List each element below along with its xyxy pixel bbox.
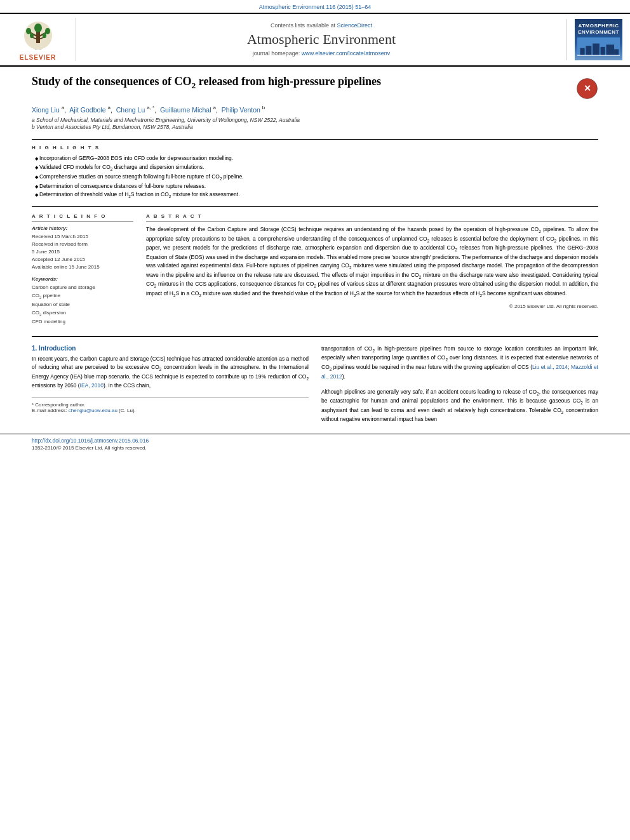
keyword: Carbon capture and storage — [32, 284, 133, 292]
svg-point-8 — [45, 28, 50, 34]
svg-rect-18 — [614, 50, 619, 55]
ref-iea-2010[interactable]: IEA, 2010 — [80, 382, 104, 389]
article-info-column: A R T I C L E I N F O Article history: R… — [32, 213, 133, 326]
intro-right-text-2: Although pipelines are generally very sa… — [321, 388, 598, 424]
abstract-label: A B S T R A C T — [146, 213, 598, 222]
ref-liu-2014[interactable]: Liu et al., 2014 — [532, 364, 568, 370]
highlight-item: Determination of consequence distances o… — [35, 182, 598, 191]
email-note: E-mail address: chenglu@uow.edu.au (C. L… — [32, 408, 309, 413]
highlight-item: Incorporation of GERG–2008 EOS into CFD … — [35, 154, 598, 163]
journal-homepage: journal homepage: www.elsevier.com/locat… — [83, 50, 560, 57]
science-direct-line: Contents lists available at ScienceDirec… — [83, 22, 560, 29]
accepted-date: Accepted 12 June 2015 — [32, 256, 133, 263]
intro-left-col: 1. Introduction In recent years, the Car… — [32, 345, 309, 424]
highlights-section: H I G H L I G H T S Incorporation of GER… — [32, 139, 598, 200]
keyword: Equation of state — [32, 301, 133, 309]
svg-rect-14 — [586, 46, 591, 55]
intro-right-text: transportation of CO2 in high-pressure p… — [321, 345, 598, 381]
svg-rect-16 — [601, 47, 605, 55]
email-link[interactable]: chenglu@uow.edu.au — [69, 408, 117, 413]
revised-label: Received in revised form — [32, 241, 133, 248]
abstract-column: A B S T R A C T The development of the C… — [146, 213, 598, 326]
badge-image — [577, 37, 620, 56]
abstract-text: The development of the Carbon Capture an… — [146, 225, 598, 298]
highlight-item: Determination of threshold value of H2S … — [35, 190, 598, 200]
svg-rect-13 — [580, 48, 584, 55]
atm-env-badge: ATMOSPHERICENVIRONMENT — [575, 19, 622, 60]
received-date: Received 15 March 2015 — [32, 233, 133, 241]
author-guillaume-michal[interactable]: Guillaume Michal — [160, 106, 211, 114]
author-cheng-lu[interactable]: Cheng Lu — [116, 106, 145, 114]
journal-homepage-link[interactable]: www.elsevier.com/locate/atmosenv — [302, 50, 391, 57]
issn-line: 1352-2310/© 2015 Elsevier Ltd. All right… — [32, 445, 598, 451]
highlights-list: Incorporation of GERG–2008 EOS into CFD … — [32, 154, 598, 200]
revised-date: 5 June 2015 — [32, 248, 133, 256]
intro-right-col: transportation of CO2 in high-pressure p… — [321, 345, 598, 424]
authors-line: Xiong Liu a, Ajit Godbole a, Cheng Lu a,… — [32, 105, 598, 114]
journal-citation: Atmospheric Environment 116 (2015) 51–64 — [0, 0, 630, 13]
keyword: CFD modelling — [32, 318, 133, 326]
intro-left-text: In recent years, the Carbon Capture and … — [32, 355, 309, 390]
science-direct-link[interactable]: ScienceDirect — [337, 22, 373, 29]
author-ajit-godbole[interactable]: Ajit Godbole — [69, 106, 105, 114]
journal-logo-right: ATMOSPHERICENVIRONMENT — [566, 19, 624, 60]
keywords-label: Keywords: — [32, 276, 133, 282]
author-philip-venton[interactable]: Philip Venton — [222, 106, 260, 114]
affiliation-a: a School of Mechanical, Materials and Me… — [32, 117, 598, 124]
highlight-item: Validated CFD models for CO2 discharge a… — [35, 163, 598, 173]
history-label: Article history: — [32, 225, 133, 231]
keyword: CO2 dispersion — [32, 309, 133, 318]
journal-citation-link[interactable]: Atmospheric Environment 116 (2015) 51–64 — [259, 4, 372, 10]
crossmark-badge: ✕ — [576, 77, 598, 100]
main-content: Study of the consequences of CO2 release… — [0, 65, 630, 430]
keyword: CO2 pipeline — [32, 292, 133, 301]
affiliations: a School of Mechanical, Materials and Me… — [32, 117, 598, 132]
copyright-line: © 2015 Elsevier Ltd. All rights reserved… — [146, 303, 598, 309]
svg-rect-17 — [607, 44, 615, 55]
highlights-label: H I G H L I G H T S — [32, 145, 598, 150]
journal-name: Atmospheric Environment — [83, 31, 560, 48]
article-title: Study of the consequences of CO2 release… — [32, 74, 563, 91]
introduction-section: 1. Introduction In recent years, the Car… — [32, 336, 598, 424]
highlight-item: Comprehensive studies on source strength… — [35, 173, 598, 182]
journal-header: ELSEVIER Contents lists available at Sci… — [0, 13, 630, 65]
corresponding-note: * Corresponding author. — [32, 402, 309, 408]
svg-point-11 — [43, 33, 46, 38]
affiliation-b: b Venton and Associates Pty Ltd, Bundano… — [32, 124, 598, 131]
bottom-bar: http://dx.doi.org/10.1016/j.atmosenv.201… — [0, 434, 630, 454]
keywords-content: Carbon capture and storage CO2 pipeline … — [32, 284, 133, 326]
elsevier-label: ELSEVIER — [20, 54, 56, 61]
elsevier-tree-icon — [13, 18, 64, 53]
intro-heading: 1. Introduction — [32, 345, 309, 352]
footnotes: * Corresponding author. E-mail address: … — [32, 397, 309, 413]
svg-text:✕: ✕ — [584, 83, 591, 93]
doi-link[interactable]: http://dx.doi.org/10.1016/j.atmosenv.201… — [32, 437, 598, 444]
article-title-section: Study of the consequences of CO2 release… — [32, 74, 598, 100]
available-date: Available online 15 June 2015 — [32, 263, 133, 271]
author-xiong-liu[interactable]: Xiong Liu — [32, 106, 60, 114]
svg-rect-15 — [593, 44, 600, 55]
svg-point-7 — [26, 28, 31, 34]
introduction-columns: 1. Introduction In recent years, the Car… — [32, 345, 598, 424]
info-abstract-section: A R T I C L E I N F O Article history: R… — [32, 206, 598, 326]
badge-title: ATMOSPHERICENVIRONMENT — [578, 23, 619, 35]
elsevier-logo: ELSEVIER — [6, 18, 76, 61]
svg-point-9 — [34, 23, 42, 32]
journal-center: Contents lists available at ScienceDirec… — [83, 22, 560, 57]
history-content: Received 15 March 2015 Received in revis… — [32, 233, 133, 271]
article-info-label: A R T I C L E I N F O — [32, 213, 133, 222]
svg-point-10 — [30, 33, 34, 38]
